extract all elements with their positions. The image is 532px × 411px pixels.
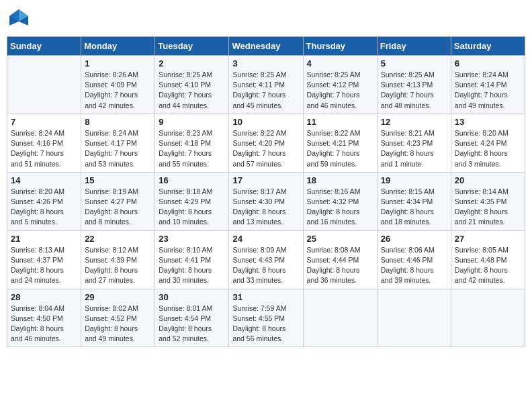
- col-header-tuesday: Tuesday: [155, 37, 229, 56]
- sunrise-text: Sunrise: 8:17 AM: [232, 187, 286, 195]
- sunrise-text: Sunrise: 8:26 AM: [85, 71, 138, 79]
- day-info: Sunrise: 8:08 AMSunset: 4:44 PMDaylight:…: [307, 245, 373, 286]
- daylight-text: Daylight: 8 hours and 10 minutes.: [159, 208, 212, 226]
- daylight-text: Daylight: 8 hours and 3 minutes.: [455, 149, 508, 167]
- day-cell: [303, 289, 377, 347]
- day-cell: 28Sunrise: 8:04 AMSunset: 4:50 PMDayligh…: [7, 289, 81, 347]
- day-cell: 24Sunrise: 8:09 AMSunset: 4:43 PMDayligh…: [229, 230, 303, 289]
- daylight-text: Daylight: 8 hours and 39 minutes.: [381, 266, 434, 284]
- day-info: Sunrise: 8:21 AMSunset: 4:23 PMDaylight:…: [381, 128, 447, 169]
- sunrise-text: Sunrise: 8:25 AM: [381, 71, 435, 79]
- daylight-text: Daylight: 7 hours and 55 minutes.: [159, 149, 212, 167]
- day-number: 5: [381, 58, 447, 68]
- sunrise-text: Sunrise: 8:16 AM: [307, 187, 361, 195]
- day-number: 6: [455, 58, 521, 68]
- sunrise-text: Sunrise: 8:15 AM: [381, 187, 435, 195]
- day-info: Sunrise: 8:23 AMSunset: 4:18 PMDaylight:…: [159, 128, 225, 169]
- day-info: Sunrise: 8:22 AMSunset: 4:20 PMDaylight:…: [232, 128, 299, 169]
- day-cell: 4Sunrise: 8:25 AMSunset: 4:12 PMDaylight…: [303, 56, 377, 114]
- daylight-text: Daylight: 8 hours and 24 minutes.: [11, 266, 64, 284]
- daylight-text: Daylight: 8 hours and 30 minutes.: [159, 266, 212, 284]
- col-header-friday: Friday: [377, 37, 451, 56]
- daylight-text: Daylight: 7 hours and 53 minutes.: [85, 149, 138, 167]
- daylight-text: Daylight: 7 hours and 42 minutes.: [85, 91, 138, 109]
- sunrise-text: Sunrise: 8:21 AM: [381, 129, 435, 137]
- sunset-text: Sunset: 4:27 PM: [85, 197, 137, 205]
- sunset-text: Sunset: 4:14 PM: [455, 81, 507, 89]
- daylight-text: Daylight: 8 hours and 46 minutes.: [11, 324, 64, 342]
- day-cell: 22Sunrise: 8:12 AMSunset: 4:39 PMDayligh…: [81, 230, 155, 289]
- sunrise-text: Sunrise: 8:05 AM: [455, 246, 508, 254]
- day-cell: [7, 56, 81, 114]
- day-cell: 29Sunrise: 8:02 AMSunset: 4:52 PMDayligh…: [81, 289, 155, 347]
- sunrise-text: Sunrise: 8:24 AM: [85, 129, 138, 137]
- daylight-text: Daylight: 8 hours and 52 minutes.: [159, 324, 212, 342]
- sunset-text: Sunset: 4:11 PM: [232, 81, 285, 89]
- daylight-text: Daylight: 8 hours and 21 minutes.: [455, 208, 508, 226]
- day-number: 9: [159, 117, 225, 127]
- daylight-text: Daylight: 8 hours and 8 minutes.: [85, 208, 138, 226]
- day-cell: 23Sunrise: 8:10 AMSunset: 4:41 PMDayligh…: [155, 230, 229, 289]
- day-cell: 1Sunrise: 8:26 AMSunset: 4:09 PMDaylight…: [81, 56, 155, 114]
- col-header-saturday: Saturday: [451, 37, 525, 56]
- day-info: Sunrise: 8:24 AMSunset: 4:14 PMDaylight:…: [455, 70, 521, 111]
- sunrise-text: Sunrise: 8:02 AM: [85, 304, 138, 312]
- sunset-text: Sunset: 4:41 PM: [159, 256, 211, 264]
- daylight-text: Daylight: 8 hours and 5 minutes.: [11, 208, 64, 226]
- day-cell: 3Sunrise: 8:25 AMSunset: 4:11 PMDaylight…: [229, 56, 303, 114]
- logo: [7, 7, 34, 31]
- day-cell: 14Sunrise: 8:20 AMSunset: 4:26 PMDayligh…: [7, 172, 81, 230]
- sunset-text: Sunset: 4:34 PM: [381, 197, 433, 205]
- sunrise-text: Sunrise: 8:20 AM: [11, 187, 64, 195]
- day-cell: 5Sunrise: 8:25 AMSunset: 4:13 PMDaylight…: [377, 56, 451, 114]
- sunset-text: Sunset: 4:39 PM: [85, 256, 137, 264]
- day-info: Sunrise: 8:02 AMSunset: 4:52 PMDaylight:…: [85, 304, 151, 345]
- daylight-text: Daylight: 8 hours and 27 minutes.: [85, 266, 138, 284]
- day-number: 22: [85, 234, 151, 244]
- sunrise-text: Sunrise: 8:25 AM: [232, 71, 286, 79]
- day-number: 28: [11, 292, 77, 302]
- day-number: 23: [159, 234, 225, 244]
- day-info: Sunrise: 8:01 AMSunset: 4:54 PMDaylight:…: [159, 304, 225, 345]
- day-info: Sunrise: 8:15 AMSunset: 4:34 PMDaylight:…: [381, 187, 447, 228]
- day-cell: 8Sunrise: 8:24 AMSunset: 4:17 PMDaylight…: [81, 113, 155, 172]
- week-row-3: 21Sunrise: 8:13 AMSunset: 4:37 PMDayligh…: [7, 230, 525, 289]
- day-cell: 7Sunrise: 8:24 AMSunset: 4:16 PMDaylight…: [7, 113, 81, 172]
- day-number: 31: [232, 292, 299, 302]
- day-info: Sunrise: 8:25 AMSunset: 4:12 PMDaylight:…: [307, 70, 373, 111]
- daylight-text: Daylight: 7 hours and 51 minutes.: [11, 149, 64, 167]
- day-cell: 18Sunrise: 8:16 AMSunset: 4:32 PMDayligh…: [303, 172, 377, 230]
- day-info: Sunrise: 8:13 AMSunset: 4:37 PMDaylight:…: [11, 245, 77, 286]
- day-info: Sunrise: 8:25 AMSunset: 4:11 PMDaylight:…: [232, 70, 299, 111]
- day-number: 30: [159, 292, 225, 302]
- day-number: 26: [381, 234, 447, 244]
- sunset-text: Sunset: 4:52 PM: [85, 314, 137, 322]
- daylight-text: Daylight: 8 hours and 56 minutes.: [232, 324, 285, 342]
- sunrise-text: Sunrise: 8:23 AM: [159, 129, 212, 137]
- day-cell: 12Sunrise: 8:21 AMSunset: 4:23 PMDayligh…: [377, 113, 451, 172]
- day-cell: 6Sunrise: 8:24 AMSunset: 4:14 PMDaylight…: [451, 56, 525, 114]
- day-number: 17: [232, 175, 299, 185]
- sunrise-text: Sunrise: 8:25 AM: [159, 71, 212, 79]
- day-info: Sunrise: 8:25 AMSunset: 4:10 PMDaylight:…: [159, 70, 225, 111]
- sunset-text: Sunset: 4:21 PM: [307, 139, 359, 147]
- day-info: Sunrise: 8:18 AMSunset: 4:29 PMDaylight:…: [159, 187, 225, 228]
- daylight-text: Daylight: 8 hours and 16 minutes.: [307, 208, 360, 226]
- daylight-text: Daylight: 8 hours and 13 minutes.: [232, 208, 285, 226]
- day-info: Sunrise: 8:04 AMSunset: 4:50 PMDaylight:…: [11, 304, 77, 345]
- sunset-text: Sunset: 4:09 PM: [85, 81, 137, 89]
- sunset-text: Sunset: 4:20 PM: [232, 139, 285, 147]
- day-cell: 16Sunrise: 8:18 AMSunset: 4:29 PMDayligh…: [155, 172, 229, 230]
- day-info: Sunrise: 8:20 AMSunset: 4:26 PMDaylight:…: [11, 187, 77, 228]
- sunrise-text: Sunrise: 8:22 AM: [232, 129, 286, 137]
- sunrise-text: Sunrise: 8:08 AM: [307, 246, 361, 254]
- daylight-text: Daylight: 8 hours and 36 minutes.: [307, 266, 360, 284]
- day-number: 8: [85, 117, 151, 127]
- sunset-text: Sunset: 4:24 PM: [455, 139, 507, 147]
- day-number: 16: [159, 175, 225, 185]
- day-number: 13: [455, 117, 521, 127]
- day-info: Sunrise: 8:22 AMSunset: 4:21 PMDaylight:…: [307, 128, 373, 169]
- day-number: 18: [307, 175, 373, 185]
- day-number: 14: [11, 175, 77, 185]
- day-number: 4: [307, 58, 373, 68]
